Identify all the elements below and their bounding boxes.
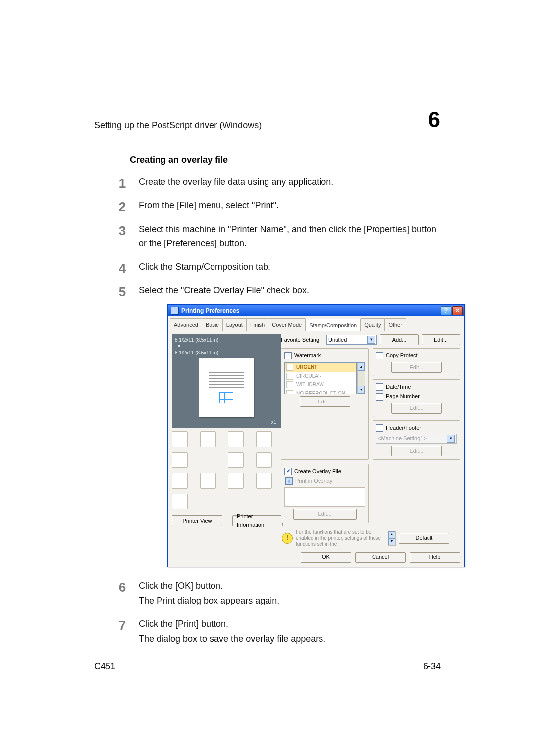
date-page-group: Date/Time Page Number Edit... <box>373 379 460 417</box>
scrollbar[interactable]: ▴ ▾ <box>357 363 365 394</box>
tab-strip: Advanced Basic Layout Finish Cover Mode … <box>168 318 464 331</box>
thumb-icon <box>256 473 272 489</box>
thumb-icon <box>200 431 216 447</box>
info-scrollbar[interactable]: ▴▾ <box>388 531 396 546</box>
page-preview-pane: 8 1/2x11 (8.5x11 in) ▾ 8 1/2x11 (8.5x11 … <box>172 334 281 428</box>
thumb-icon <box>228 431 244 447</box>
thumb-icon <box>200 473 216 489</box>
watermark-label: Watermark <box>294 352 321 360</box>
tab-stamp-composition[interactable]: Stamp/Composition <box>305 319 361 331</box>
step-1: Create the overlay file data using any a… <box>109 170 441 194</box>
tab-layout[interactable]: Layout <box>222 318 247 331</box>
titlebar-help-button[interactable]: ? <box>441 306 451 315</box>
dialog-title: Printing Preferences <box>181 306 239 316</box>
chevron-down-icon: ▾ <box>447 435 455 443</box>
favorite-setting-value: Untitled <box>328 336 347 344</box>
step-7: Click the [Print] button. The dialog box… <box>109 612 441 651</box>
thumb-icon <box>172 431 188 447</box>
page-preview-sheet <box>199 358 254 417</box>
dialog-titlebar[interactable]: Printing Preferences ? × <box>168 305 464 316</box>
info-row: ! For the functions that are set to be e… <box>281 529 460 547</box>
list-item: URGENT <box>285 363 356 372</box>
overlay-placeholder-icon <box>219 392 233 403</box>
titlebar-close-button[interactable]: × <box>452 306 463 315</box>
chevron-down-icon: ▾ <box>367 336 375 344</box>
step-4: Click the Stamp/Composition tab. <box>109 255 441 279</box>
tab-finish[interactable]: Finish <box>246 318 268 331</box>
info-icon: i <box>285 477 293 485</box>
header-footer-label: Header/Footer <box>386 424 421 432</box>
header-footer-checkbox[interactable] <box>376 424 383 432</box>
pagenumber-label: Page Number <box>386 392 420 401</box>
overlay-group: Create Overlay File i Print in Overlay E… <box>281 464 369 523</box>
watermark-edit-button[interactable]: Edit... <box>300 396 350 407</box>
overlay-edit-button[interactable]: Edit... <box>293 509 357 520</box>
watermark-group: Watermark URGENT CIRCULAR WITHDRAW NO RE… <box>281 348 369 459</box>
header-footer-group: Header/Footer <Machine Setting1> ▾ Edit.… <box>373 420 460 460</box>
create-overlay-file-checkbox[interactable] <box>284 468 292 475</box>
printer-view-button[interactable]: Printer View <box>172 515 222 526</box>
footer-model: C451 <box>94 661 115 672</box>
watermark-checkbox[interactable] <box>284 352 292 359</box>
tab-cover-mode[interactable]: Cover Mode <box>268 318 306 331</box>
copy-protect-label: Copy Protect <box>386 352 418 360</box>
help-button[interactable]: Help <box>410 552 460 563</box>
lightbulb-icon: ! <box>282 533 293 544</box>
cancel-button[interactable]: Cancel <box>355 552 406 563</box>
thumb-icon <box>256 431 272 447</box>
pagenumber-checkbox[interactable] <box>376 393 383 401</box>
original-size-label: 8 1/2x11 (8.5x11 in) <box>175 337 278 343</box>
scroll-down-icon[interactable]: ▾ <box>358 386 365 394</box>
list-item: CIRCULAR <box>285 372 356 381</box>
thumb-icon <box>172 494 188 509</box>
step-6-text-a: Click the [OK] button. <box>139 581 223 591</box>
section-heading: Creating an overlay file <box>130 155 441 165</box>
list-item: WITHDRAW <box>285 380 356 389</box>
tab-basic[interactable]: Basic <box>202 318 223 331</box>
default-button[interactable]: Default <box>399 533 449 544</box>
favorite-add-button[interactable]: Add... <box>380 334 419 345</box>
step-3: Select this machine in "Printer Name", a… <box>109 218 441 255</box>
thumb-icon <box>228 473 244 489</box>
datetime-edit-button[interactable]: Edit... <box>391 403 442 414</box>
datetime-label: Date/Time <box>386 383 411 391</box>
document-section-path: Setting up the PostScript driver (Window… <box>94 120 262 131</box>
thumb-icon <box>172 452 188 468</box>
printer-icon <box>171 307 179 315</box>
step-7-text-b: The dialog box to save the overlay file … <box>139 632 441 646</box>
header-footer-value: <Machine Setting1> <box>378 434 427 443</box>
thumb-icon <box>228 452 244 468</box>
step-7-text-a: Click the [Print] button. <box>139 619 228 629</box>
footer-page-number: 6-34 <box>423 661 441 672</box>
datetime-checkbox[interactable] <box>376 383 383 391</box>
tab-advanced[interactable]: Advanced <box>170 318 202 331</box>
copy-protect-group: Copy Protect Edit... <box>373 348 460 376</box>
step-6-text-b: The Print dialog box appears again. <box>139 594 441 608</box>
feature-indicator-grid <box>172 431 281 511</box>
step-5-text: Select the "Create Overlay File" check b… <box>139 285 309 295</box>
favorite-setting-row: Favorite Setting Untitled ▾ Add... Edit.… <box>281 334 460 345</box>
zoom-indicator: x1 <box>271 419 276 425</box>
favorite-setting-label: Favorite Setting <box>281 336 323 344</box>
watermark-list[interactable]: URGENT CIRCULAR WITHDRAW NO REPRODUCTION… <box>284 362 357 394</box>
printing-preferences-dialog: Printing Preferences ? × Advanced Basic … <box>167 304 465 567</box>
copy-protect-edit-button[interactable]: Edit... <box>391 362 442 373</box>
arrow-down-icon: ▾ <box>178 343 278 349</box>
printer-information-button[interactable]: Printer Information <box>232 515 283 526</box>
ok-button[interactable]: OK <box>301 552 351 563</box>
header-footer-edit-button[interactable]: Edit... <box>391 446 442 456</box>
thumb-icon <box>172 473 188 489</box>
output-size-label: 8 1/2x11 (8.5x11 in) <box>175 350 278 356</box>
thumb-icon <box>256 452 272 468</box>
step-2: From the [File] menu, select "Print". <box>109 194 441 218</box>
overlay-file-field[interactable] <box>284 487 365 507</box>
favorite-edit-button[interactable]: Edit... <box>422 334 460 345</box>
copy-protect-checkbox[interactable] <box>376 352 383 359</box>
print-in-overlay-label: Print in Overlay <box>295 477 332 485</box>
favorite-setting-combo[interactable]: Untitled ▾ <box>326 335 377 345</box>
scroll-up-icon[interactable]: ▴ <box>358 363 365 371</box>
header-footer-combo[interactable]: <Machine Setting1> ▾ <box>376 434 457 444</box>
chapter-number: 6 <box>428 109 441 131</box>
tab-other[interactable]: Other <box>384 318 406 331</box>
tab-quality[interactable]: Quality <box>360 318 385 331</box>
